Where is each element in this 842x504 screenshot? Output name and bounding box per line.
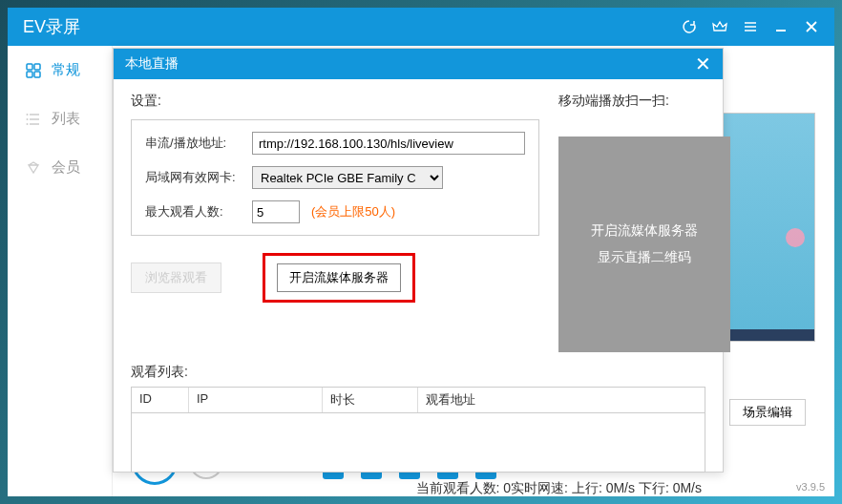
- settings-box: 串流/播放地址: 局域网有效网卡: Realtek PCIe GBE Famil…: [131, 119, 539, 236]
- close-icon[interactable]: [804, 19, 819, 34]
- sidebar-label: 列表: [52, 110, 80, 128]
- footer-stats: 当前观看人数: 0实时网速: 上行: 0M/s 下行: 0M/s: [131, 480, 705, 497]
- watch-list-label: 观看列表:: [131, 364, 705, 381]
- local-stream-dialog: 本地直播 ✕ 设置: 串流/播放地址: 局域网有效网卡: Realtek PCI…: [113, 48, 724, 472]
- watch-table: ID IP 时长 观看地址: [131, 387, 705, 472]
- crown-icon[interactable]: [712, 19, 727, 34]
- svg-rect-2: [27, 72, 32, 77]
- max-viewers-input[interactable]: [252, 200, 300, 223]
- highlight-box: 开启流媒体服务器: [263, 253, 415, 303]
- preview-taskbar: [721, 329, 814, 341]
- titlebar: EV录屏: [8, 8, 834, 46]
- refresh-icon[interactable]: [682, 19, 697, 34]
- nic-label: 局域网有效网卡:: [145, 169, 244, 186]
- grid-icon: [25, 62, 42, 79]
- svg-rect-1: [34, 64, 40, 70]
- max-viewers-label: 最大观看人数:: [145, 203, 244, 220]
- limit-note: (会员上限50人): [311, 203, 395, 220]
- qr-label: 移动端播放扫一扫:: [558, 93, 730, 110]
- col-ip: IP: [189, 388, 323, 412]
- qr-placeholder: 开启流媒体服务器 显示直播二维码: [558, 136, 730, 352]
- stream-url-label: 串流/播放地址:: [145, 135, 244, 152]
- sidebar: 常规 列表 会员: [8, 46, 113, 496]
- window-controls: [682, 19, 819, 34]
- sidebar-label: 会员: [52, 158, 80, 177]
- svg-point-5: [27, 118, 29, 120]
- stream-url-input[interactable]: [252, 132, 525, 155]
- nic-select[interactable]: Realtek PCIe GBE Family C: [252, 166, 443, 189]
- dialog-body: 设置: 串流/播放地址: 局域网有效网卡: Realtek PCIe GBE F…: [114, 79, 723, 504]
- col-id: ID: [132, 388, 189, 412]
- svg-rect-3: [34, 72, 40, 77]
- col-duration: 时长: [323, 388, 418, 412]
- watch-table-header: ID IP 时长 观看地址: [132, 388, 705, 413]
- minimize-icon[interactable]: [773, 19, 789, 34]
- dialog-close-icon[interactable]: ✕: [695, 54, 711, 74]
- col-url: 观看地址: [418, 388, 705, 412]
- svg-point-6: [27, 123, 29, 125]
- settings-label: 设置:: [131, 93, 539, 110]
- diamond-icon: [25, 159, 42, 177]
- sidebar-item-general[interactable]: 常规: [8, 46, 112, 94]
- list-icon: [25, 111, 42, 128]
- browser-view-button: 浏览器观看: [131, 262, 221, 293]
- dialog-header: 本地直播 ✕: [114, 49, 723, 79]
- scene-edit-button[interactable]: 场景编辑: [729, 399, 806, 426]
- sidebar-item-list[interactable]: 列表: [8, 94, 112, 143]
- sidebar-label: 常规: [52, 61, 80, 79]
- dialog-title: 本地直播: [125, 55, 695, 73]
- preview-graphic: [786, 228, 805, 247]
- sidebar-item-member[interactable]: 会员: [8, 143, 112, 192]
- qr-text-2: 显示直播二维码: [598, 249, 691, 266]
- menu-icon[interactable]: [743, 19, 758, 34]
- qr-text-1: 开启流媒体服务器: [591, 222, 698, 240]
- preview-panel: [720, 113, 815, 342]
- svg-rect-0: [27, 64, 32, 70]
- version-label: v3.9.5: [796, 481, 825, 493]
- svg-point-4: [27, 114, 29, 116]
- start-server-button[interactable]: 开启流媒体服务器: [277, 263, 401, 292]
- app-title: EV录屏: [23, 15, 682, 38]
